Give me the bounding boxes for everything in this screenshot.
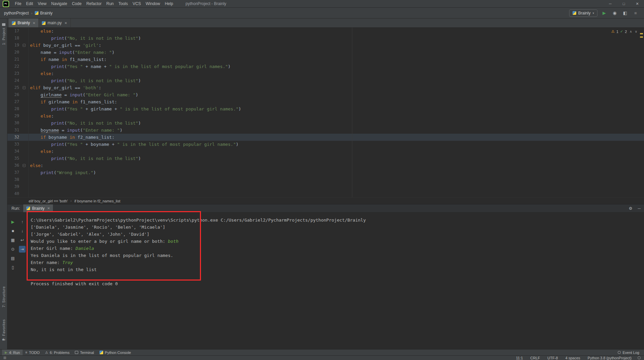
line-number: 21: [7, 56, 21, 63]
code-text[interactable]: print("No, it is not in the list"): [29, 77, 141, 84]
status-caret-position[interactable]: 11:1: [516, 356, 523, 360]
status-line-separator[interactable]: CRLF: [530, 356, 540, 360]
menu-view[interactable]: View: [35, 0, 49, 7]
code-line: 17 else:: [7, 28, 644, 35]
gutter: 37: [7, 169, 29, 176]
print-console-button[interactable]: ▤: [9, 255, 16, 262]
line-number: 33: [7, 141, 21, 148]
toolwindow-button-4-run[interactable]: ▶4: Run: [2, 350, 23, 355]
hide-panel-icon[interactable]: ─: [638, 206, 641, 211]
minimize-button[interactable]: ─: [604, 0, 617, 7]
stop-button[interactable]: ■: [9, 228, 16, 234]
menu-help[interactable]: Help: [163, 0, 176, 7]
code-text[interactable]: [29, 190, 30, 197]
code-text[interactable]: else:: [29, 162, 43, 169]
breadcrumb-item[interactable]: if boyname in f2_names_list: [74, 199, 120, 203]
code-text[interactable]: print("Yes " + girlname + " is in the li…: [29, 105, 241, 112]
code-text[interactable]: print("No, it is not in the list"): [29, 155, 141, 162]
breadcrumb-file[interactable]: Brainly: [35, 11, 53, 15]
menu-tools[interactable]: Tools: [116, 0, 130, 7]
toolwindow-toggle-icon[interactable]: ⊞: [3, 356, 6, 360]
prev-occurrence-button[interactable]: ↑: [19, 219, 26, 225]
code-text[interactable]: print("Wrong input."): [29, 169, 96, 176]
code-text[interactable]: if girlname in f1_names_list:: [29, 98, 117, 105]
next-occurrence-button[interactable]: ↓: [19, 228, 26, 234]
toolwindow-button-todo[interactable]: ≡TODO: [23, 350, 42, 355]
menu-code[interactable]: Code: [69, 0, 84, 7]
menu-run[interactable]: Run: [104, 0, 116, 7]
code-text[interactable]: elif boy_or_girl == 'both':: [29, 84, 101, 91]
sidebar-item-project[interactable]: 1: Project: [0, 23, 7, 45]
code-text[interactable]: print("No, it is not in the list"): [29, 35, 141, 42]
code-text[interactable]: girlname = input("Enter Girl name: "): [29, 91, 138, 98]
breadcrumb-item[interactable]: elif boy_or_girl == 'both': [29, 199, 68, 203]
fold-marker-icon[interactable]: -: [23, 44, 26, 47]
maximize-button[interactable]: □: [617, 0, 631, 7]
settings-gear-icon[interactable]: ⚙: [629, 206, 633, 211]
console-output[interactable]: C:\Users\Gabriel2\PycharmProjects\python…: [28, 212, 644, 349]
restore-layout-button[interactable]: ▦: [9, 237, 16, 243]
coverage-button[interactable]: ◧: [621, 9, 629, 17]
tab-close-icon[interactable]: ✕: [64, 21, 67, 25]
code-text[interactable]: elif boy_or_girl == 'girl':: [29, 42, 101, 49]
code-text[interactable]: else:: [29, 70, 54, 77]
menu-window[interactable]: Window: [143, 0, 163, 7]
menu-navigate[interactable]: Navigate: [49, 0, 69, 7]
code-text[interactable]: print("No, it is not in the list"): [29, 120, 141, 127]
run-config-selector[interactable]: Brainly ▾: [569, 9, 597, 17]
code-text[interactable]: [29, 176, 30, 183]
menu-refactor[interactable]: Refactor: [84, 0, 104, 7]
warning-stripe-mark[interactable]: [640, 33, 643, 34]
inspections-indicator-icon[interactable]: [638, 356, 641, 359]
status-python-interpreter[interactable]: Python 3.8 (pythonProject): [588, 356, 632, 360]
run-config-name: Brainly: [578, 11, 591, 15]
code-text[interactable]: print("Yes " + boyname + " is in the lis…: [29, 141, 238, 148]
fold-marker-icon[interactable]: -: [23, 86, 26, 89]
code-text[interactable]: name = input("Enter name: "): [29, 49, 114, 56]
stop-button[interactable]: ■: [632, 9, 639, 17]
close-icon[interactable]: ✕: [47, 206, 50, 210]
rerun-button[interactable]: ▶: [9, 219, 16, 225]
close-button[interactable]: ✕: [631, 0, 644, 7]
code-text[interactable]: else:: [29, 148, 54, 155]
sidebar-item-structure[interactable]: 7: Structure: [0, 286, 7, 307]
event-log-button[interactable]: Event Log: [618, 350, 642, 355]
menu-file[interactable]: File: [12, 0, 24, 7]
editor-tab-brainly[interactable]: Brainly✕: [9, 19, 39, 27]
code-editor[interactable]: 17 else:18 print("No, it is not in the l…: [7, 28, 644, 197]
code-text[interactable]: [29, 183, 30, 190]
breadcrumb-project[interactable]: pythonProject: [4, 11, 29, 15]
fold-marker-icon[interactable]: -: [23, 164, 26, 167]
code-text[interactable]: if name in f1_names_list:: [29, 56, 107, 63]
code-text[interactable]: print("Yes " + name + " is in the list o…: [29, 63, 231, 70]
toolwindow-button-python-console[interactable]: Python Console: [97, 350, 134, 355]
editor-tab-main-py[interactable]: main.py✕: [39, 19, 70, 27]
code-text[interactable]: if boyname in f2_names_list:: [29, 134, 114, 141]
debug-button[interactable]: ◉: [611, 9, 618, 17]
status-file-encoding[interactable]: UTF-8: [548, 356, 558, 360]
code-text[interactable]: else:: [29, 112, 54, 120]
tab-close-icon[interactable]: ✕: [33, 21, 35, 25]
toolwindow-button-terminal[interactable]: Terminal: [72, 350, 97, 355]
inspections-widget[interactable]: ⚠ 1 ✓ 2 ∧ ∨: [611, 29, 637, 34]
status-indent-style[interactable]: 4 spaces: [565, 356, 580, 360]
next-issue-icon[interactable]: ∨: [635, 30, 637, 33]
menu-edit[interactable]: Edit: [24, 0, 35, 7]
run-tab-brainly[interactable]: Brainly ✕: [23, 204, 53, 212]
menu-vcs[interactable]: VCS: [130, 0, 143, 7]
prev-issue-icon[interactable]: ∧: [630, 30, 632, 33]
code-text[interactable]: else:: [29, 28, 54, 35]
star-icon[interactable]: ★: [2, 337, 5, 342]
soft-wrap-button[interactable]: ↩: [19, 237, 26, 243]
gutter: 18: [7, 35, 29, 42]
scroll-to-end-button[interactable]: ⇥: [19, 246, 26, 253]
warning-stripe-mark[interactable]: [640, 36, 643, 38]
code-line: 38: [7, 176, 644, 183]
code-text[interactable]: boyname = input("Enter name: "): [29, 127, 122, 134]
toolwindow-button-6-problems[interactable]: ⚠6: Problems: [42, 350, 72, 355]
run-button[interactable]: ▶: [601, 9, 608, 17]
run-panel-header: Run: Brainly ✕ ⚙ ─: [7, 204, 644, 212]
clear-console-button[interactable]: ▯: [9, 264, 16, 271]
pin-tab-button[interactable]: ⊙: [9, 246, 16, 253]
line-number: 36: [7, 162, 21, 169]
